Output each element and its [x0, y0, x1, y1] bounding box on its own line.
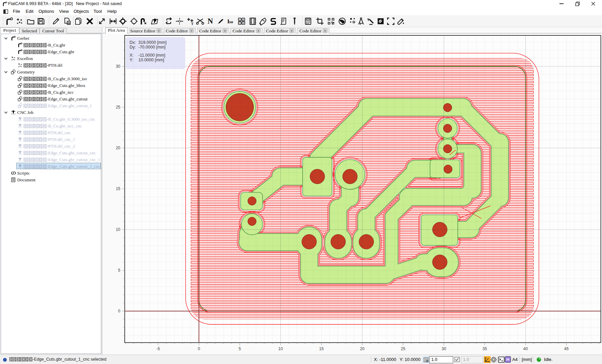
svg-text:15: 15: [116, 186, 120, 191]
svg-text:25: 25: [116, 105, 120, 110]
svg-text:10: 10: [116, 227, 120, 232]
svg-text:1: 1: [239, 18, 241, 21]
svg-text:40: 40: [523, 346, 528, 351]
svg-text:30: 30: [116, 64, 120, 69]
svg-text:3: 3: [239, 22, 241, 25]
svg-text:15: 15: [319, 346, 324, 351]
svg-text:35: 35: [483, 346, 487, 351]
svg-text:5: 5: [239, 346, 241, 351]
svg-text:25: 25: [401, 346, 406, 351]
svg-text:so: so: [229, 19, 233, 24]
svg-text:-5: -5: [156, 346, 160, 351]
svg-text:0: 0: [118, 309, 120, 313]
svg-text:5: 5: [118, 268, 120, 273]
svg-text:T: T: [191, 22, 193, 26]
svg-text:45: 45: [564, 346, 569, 351]
svg-text:x: x: [489, 360, 490, 362]
svg-text:2: 2: [243, 18, 244, 21]
svg-text:4: 4: [243, 22, 244, 25]
svg-text:N: N: [208, 17, 213, 25]
svg-text:10: 10: [278, 346, 283, 351]
svg-text:30: 30: [442, 346, 446, 351]
svg-text:20: 20: [116, 146, 120, 150]
svg-text:20: 20: [360, 346, 365, 351]
svg-text:0: 0: [198, 346, 200, 351]
svg-text:z: z: [486, 357, 487, 359]
